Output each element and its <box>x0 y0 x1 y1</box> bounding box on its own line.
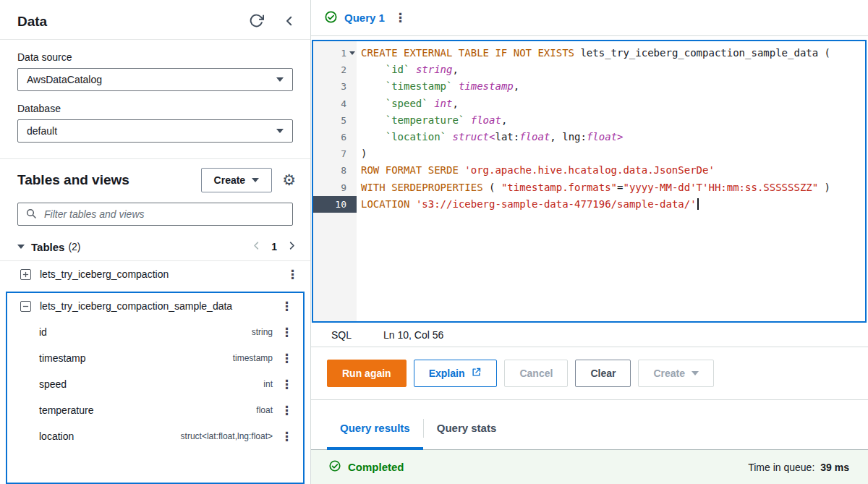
caret-down-icon <box>276 77 284 82</box>
line-number: 5 <box>313 112 357 129</box>
query-tab-label: Query 1 <box>344 12 385 24</box>
tab-query-results[interactable]: Query results <box>327 422 423 449</box>
line-number: 8 <box>313 162 357 179</box>
queue-time: Time in queue: 39 ms <box>748 462 849 473</box>
cursor-position: Ln 10, Col 56 <box>383 329 443 341</box>
code-line[interactable]: CREATE EXTERNAL TABLE IF NOT EXISTS lets… <box>361 45 865 61</box>
tables-and-views-title: Tables and views <box>17 172 191 188</box>
column-row[interactable]: speed int ⋮ <box>7 371 303 397</box>
caret-down-icon <box>252 178 259 182</box>
filter-tables-input[interactable] <box>43 208 285 221</box>
pagination-current-page[interactable]: 1 <box>271 241 277 252</box>
data-panel-header: Data <box>0 0 310 39</box>
search-icon <box>25 208 37 221</box>
kebab-menu-icon[interactable]: ⋮ <box>278 352 295 365</box>
column-type: timestamp <box>233 353 273 363</box>
data-source-label: Data source <box>17 51 293 63</box>
data-source-select[interactable]: AwsDataCatalog <box>17 68 293 91</box>
query-status-bar: Completed Time in queue: 39 ms <box>311 450 868 484</box>
run-again-button[interactable]: Run again <box>327 360 407 387</box>
database-label: Database <box>17 103 293 114</box>
explain-label: Explain <box>429 368 465 379</box>
results-tab-bar: Query results Query stats <box>311 400 868 450</box>
line-number: 7 <box>313 145 357 162</box>
column-row[interactable]: location struct<lat:float,lng:float> ⋮ <box>7 423 303 449</box>
create-dropdown-button[interactable]: Create <box>638 360 714 387</box>
column-row[interactable]: id string ⋮ <box>7 319 303 345</box>
kebab-menu-icon[interactable]: ⋮ <box>278 300 295 313</box>
check-circle-icon <box>324 10 338 26</box>
code-line[interactable]: ROW FORMAT SERDE 'org.apache.hive.hcatal… <box>361 162 865 179</box>
column-name[interactable]: timestamp <box>39 352 227 364</box>
line-number: 2 <box>313 61 357 78</box>
column-type: string <box>252 327 273 337</box>
chevron-left-icon <box>251 240 262 253</box>
kebab-menu-icon[interactable]: ⋮ <box>278 326 295 339</box>
column-name[interactable]: temperature <box>39 404 250 416</box>
tables-count: (2) <box>68 241 80 252</box>
line-number: 6 <box>313 129 357 145</box>
pagination-prev-button[interactable] <box>251 240 262 253</box>
expand-icon[interactable] <box>20 269 31 280</box>
collapse-icon[interactable] <box>20 301 31 312</box>
chevron-left-icon <box>283 14 296 30</box>
refresh-button[interactable] <box>249 13 264 30</box>
tables-section-label: Tables <box>31 241 64 253</box>
kebab-menu-icon[interactable]: ⋮ <box>278 378 295 391</box>
column-type: struct<lat:float,lng:float> <box>181 431 273 441</box>
action-buttons: Run again Explain Cancel Clear Create <box>311 347 868 400</box>
fold-caret-icon[interactable] <box>349 51 355 55</box>
query-editor-panel: Query 1 ⋮ 12345678910 CREATE EXTERNAL TA… <box>311 0 868 484</box>
code-line[interactable]: `timestamp` timestamp, <box>361 78 865 95</box>
explain-button[interactable]: Explain <box>414 360 498 387</box>
table-name[interactable]: lets_try_iceberg_compaction_sample_data <box>40 300 270 312</box>
queue-time-value: 39 ms <box>820 462 849 473</box>
code-line[interactable]: LOCATION 's3://iceberg-sample-data-47719… <box>361 196 865 213</box>
table-row[interactable]: lets_try_iceberg_compaction ⋮ <box>0 261 310 287</box>
create-button[interactable]: Create <box>201 168 273 192</box>
kebab-menu-icon[interactable]: ⋮ <box>284 268 301 281</box>
athena-query-editor: Data Data source AwsDataCatalog Database <box>0 0 868 484</box>
data-panel: Data Data source AwsDataCatalog Database <box>0 0 311 484</box>
column-name[interactable]: id <box>39 326 246 338</box>
editor-code[interactable]: CREATE EXTERNAL TABLE IF NOT EXISTS lets… <box>357 41 865 321</box>
tables-and-views-header: Tables and views Create ⚙ <box>0 159 310 198</box>
kebab-menu-icon[interactable]: ⋮ <box>278 430 295 443</box>
section-caret-down-icon[interactable] <box>17 245 25 249</box>
code-line[interactable]: `speed` int, <box>361 95 865 112</box>
tab-query-stats[interactable]: Query stats <box>424 422 510 449</box>
code-line[interactable]: ) <box>361 145 865 162</box>
tab-kebab-menu-icon[interactable]: ⋮ <box>392 12 409 24</box>
sql-editor[interactable]: 12345678910 CREATE EXTERNAL TABLE IF NOT… <box>312 40 867 323</box>
language-indicator: SQL <box>331 329 352 341</box>
column-name[interactable]: speed <box>39 378 258 390</box>
kebab-menu-icon[interactable]: ⋮ <box>278 404 295 417</box>
code-line[interactable]: WITH SERDEPROPERTIES ( "timestamp.format… <box>361 179 865 196</box>
external-link-icon <box>471 367 482 380</box>
table-row[interactable]: lets_try_iceberg_compaction_sample_data … <box>7 293 303 319</box>
column-row[interactable]: timestamp timestamp ⋮ <box>7 345 303 371</box>
status-left: Completed <box>328 459 404 475</box>
check-circle-icon <box>328 459 341 475</box>
data-source-field: Data source AwsDataCatalog <box>0 40 310 91</box>
code-line[interactable]: `temperature` float, <box>361 112 865 129</box>
database-select[interactable]: default <box>17 119 293 143</box>
tables-section-bar: Tables (2) 1 <box>0 234 310 260</box>
column-row[interactable]: temperature float ⋮ <box>7 397 303 423</box>
selected-table-container: lets_try_iceberg_compaction_sample_data … <box>6 292 305 484</box>
chevron-right-icon <box>286 240 297 253</box>
table-name[interactable]: lets_try_iceberg_compaction <box>40 268 276 280</box>
editor-statusbar: SQL Ln 10, Col 56 <box>311 323 868 347</box>
cancel-button[interactable]: Cancel <box>504 360 568 387</box>
code-line[interactable]: `location` struct<lat:float, lng:float> <box>361 129 865 145</box>
column-name[interactable]: location <box>39 430 175 442</box>
pagination-next-button[interactable] <box>286 240 297 253</box>
collapse-panel-button[interactable] <box>283 14 296 30</box>
line-number: 3 <box>313 78 357 95</box>
data-source-value: AwsDataCatalog <box>27 74 102 85</box>
clear-button[interactable]: Clear <box>575 360 631 387</box>
query-tab[interactable]: Query 1 <box>324 10 385 26</box>
create-label: Create <box>653 368 685 379</box>
code-line[interactable]: `id` string, <box>361 61 865 78</box>
settings-button[interactable]: ⚙ <box>282 173 296 188</box>
